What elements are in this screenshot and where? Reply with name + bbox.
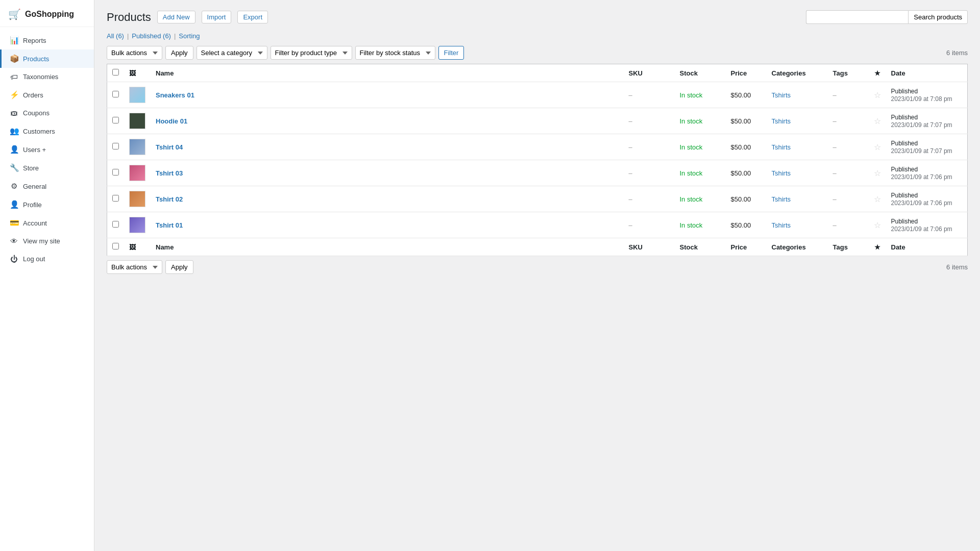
row-name-0[interactable]: Sneakers 01 (151, 82, 624, 108)
star-button-0[interactable]: ☆ (874, 91, 881, 99)
product-checkbox-3[interactable] (112, 169, 119, 176)
row-tags-5: – (828, 212, 869, 238)
row-featured-1[interactable]: ☆ (869, 108, 886, 134)
row-price-2: $50.00 (726, 134, 767, 160)
th-image: 🖼 (124, 64, 151, 82)
sidebar-item-orders[interactable]: ⚡ Orders (0, 86, 94, 104)
sidebar-item-products[interactable]: 📦 Products (0, 49, 94, 68)
brand-logo: 🛒 GoShopping (0, 0, 94, 27)
row-categories-3[interactable]: Tshirts (767, 160, 828, 186)
product-checkbox-5[interactable] (112, 221, 119, 228)
product-checkbox-0[interactable] (112, 91, 119, 97)
star-button-4[interactable]: ☆ (874, 195, 881, 204)
row-date-4: Published 2023/01/09 at 7:06 pm (886, 186, 968, 212)
row-categories-2[interactable]: Tshirts (767, 134, 828, 160)
bulk-actions-select-bottom[interactable]: Bulk actions (107, 260, 162, 274)
stock-status-select[interactable]: Filter by stock status (355, 46, 435, 60)
table-row: Tshirt 03 – In stock $50.00 Tshirts – ☆ … (107, 160, 968, 186)
row-date-1: Published 2023/01/09 at 7:07 pm (886, 108, 968, 134)
row-image-2 (124, 134, 151, 160)
star-button-1[interactable]: ☆ (874, 117, 881, 126)
row-featured-4[interactable]: ☆ (869, 186, 886, 212)
row-categories-4[interactable]: Tshirts (767, 186, 828, 212)
category-select[interactable]: Select a category (197, 46, 267, 60)
apply-button-top[interactable]: Apply (165, 46, 193, 60)
tab-sorting[interactable]: Sorting (179, 32, 200, 40)
product-image-4 (129, 191, 145, 207)
tab-published[interactable]: Published (6) (132, 32, 171, 40)
row-name-1[interactable]: Hoodie 01 (151, 108, 624, 134)
product-date-2: 2023/01/09 at 7:07 pm (891, 147, 952, 155)
row-image-4 (124, 186, 151, 212)
tab-all[interactable]: All (6) (107, 32, 124, 40)
sidebar-item-taxonomies[interactable]: 🏷 Taxonomies (0, 68, 94, 86)
th-sku[interactable]: SKU (624, 64, 675, 82)
select-all-checkbox-bottom[interactable] (112, 243, 119, 249)
sidebar-item-log-out[interactable]: ⏻ Log out (0, 250, 94, 268)
sidebar-item-view-my-site[interactable]: 👁 View my site (0, 232, 94, 250)
th-tags[interactable]: Tags (828, 64, 869, 82)
product-image-1 (129, 113, 145, 129)
sidebar-item-label: Orders (23, 91, 43, 99)
store-icon: 🔧 (10, 163, 18, 172)
product-image-5 (129, 217, 145, 233)
sidebar-item-profile[interactable]: 👤 Profile (0, 195, 94, 214)
row-checkbox-5 (107, 212, 125, 238)
sidebar-item-reports[interactable]: 📊 Reports (0, 31, 94, 49)
orders-icon: ⚡ (10, 90, 18, 99)
table-row: Tshirt 02 – In stock $50.00 Tshirts – ☆ … (107, 186, 968, 212)
sidebar-item-general[interactable]: ⚙ General (0, 177, 94, 195)
th-stock[interactable]: Stock (675, 64, 726, 82)
product-checkbox-1[interactable] (112, 117, 119, 123)
row-name-3[interactable]: Tshirt 03 (151, 160, 624, 186)
product-type-select[interactable]: Filter by product type (271, 46, 352, 60)
page-title: Products (107, 11, 151, 24)
row-featured-2[interactable]: ☆ (869, 134, 886, 160)
row-tags-4: – (828, 186, 869, 212)
product-checkbox-4[interactable] (112, 195, 119, 202)
add-new-button[interactable]: Add New (157, 11, 195, 23)
row-name-2[interactable]: Tshirt 04 (151, 134, 624, 160)
import-button[interactable]: Import (202, 11, 232, 23)
row-categories-1[interactable]: Tshirts (767, 108, 828, 134)
sidebar-item-account[interactable]: 💳 Account (0, 214, 94, 232)
tf-categories: Categories (767, 238, 828, 256)
th-date[interactable]: Date (886, 64, 968, 82)
row-checkbox-4 (107, 186, 125, 212)
tf-name: Name (151, 238, 624, 256)
search-input[interactable] (806, 10, 908, 24)
profile-icon: 👤 (10, 200, 18, 209)
sidebar-item-coupons[interactable]: 🎟 Coupons (0, 104, 94, 122)
row-featured-3[interactable]: ☆ (869, 160, 886, 186)
th-categories[interactable]: Categories (767, 64, 828, 82)
sidebar-item-users[interactable]: 👤 Users + (0, 140, 94, 159)
row-categories-5[interactable]: Tshirts (767, 212, 828, 238)
th-checkbox (107, 64, 125, 82)
sidebar-item-label: View my site (23, 237, 60, 245)
row-categories-0[interactable]: Tshirts (767, 82, 828, 108)
product-checkbox-2[interactable] (112, 143, 119, 149)
row-price-5: $50.00 (726, 212, 767, 238)
product-status-5: Published (891, 218, 918, 225)
row-featured-0[interactable]: ☆ (869, 82, 886, 108)
row-featured-5[interactable]: ☆ (869, 212, 886, 238)
sidebar-item-store[interactable]: 🔧 Store (0, 159, 94, 177)
tf-price: Price (726, 238, 767, 256)
select-all-checkbox-top[interactable] (112, 69, 119, 76)
star-button-2[interactable]: ☆ (874, 143, 881, 152)
th-name[interactable]: Name (151, 64, 624, 82)
star-button-3[interactable]: ☆ (874, 169, 881, 178)
search-button[interactable]: Search products (908, 10, 968, 24)
export-button[interactable]: Export (237, 11, 268, 23)
row-name-4[interactable]: Tshirt 02 (151, 186, 624, 212)
row-tags-1: – (828, 108, 869, 134)
star-button-5[interactable]: ☆ (874, 221, 881, 230)
sidebar-item-customers[interactable]: 👥 Customers (0, 122, 94, 140)
apply-button-bottom[interactable]: Apply (165, 260, 193, 274)
bulk-actions-select-top[interactable]: Bulk actions (107, 46, 162, 60)
row-name-5[interactable]: Tshirt 01 (151, 212, 624, 238)
row-tags-3: – (828, 160, 869, 186)
filter-button[interactable]: Filter (438, 46, 464, 60)
th-price[interactable]: Price (726, 64, 767, 82)
row-checkbox-3 (107, 160, 125, 186)
